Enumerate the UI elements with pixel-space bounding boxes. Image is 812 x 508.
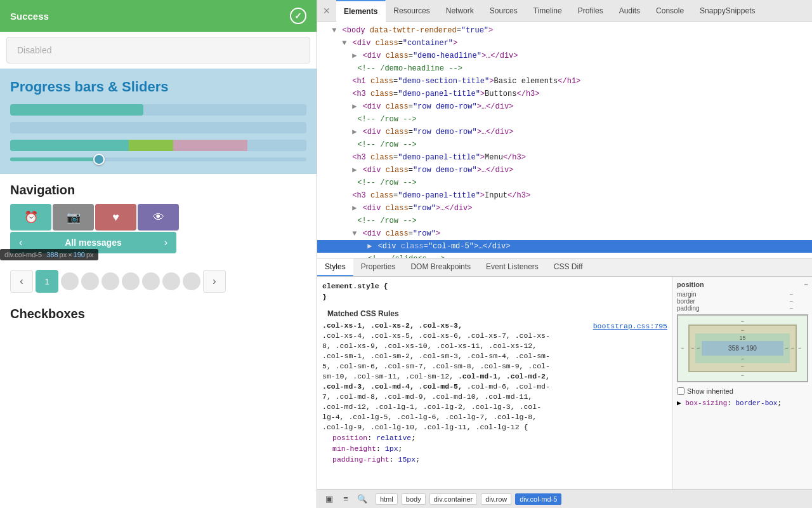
content-size: 358 × 190 (728, 345, 757, 352)
tab-snappy[interactable]: SnappySnippets (692, 0, 763, 22)
nav-icon-heart[interactable]: ♥ (95, 204, 136, 231)
slider-filled (10, 157, 99, 161)
padding-label: padding (677, 305, 790, 312)
nav-icon-camera[interactable]: 📷 (53, 204, 94, 231)
padding-left-val: − (697, 345, 700, 351)
box-model-diagram: − − − − 15 − (677, 314, 808, 382)
tab-profiles[interactable]: Profiles (570, 0, 612, 22)
position-dash: − (804, 281, 808, 288)
dom-line-comment-row-input: <!-- /row --> (317, 215, 812, 227)
progress-bar-multicolor (10, 140, 306, 151)
dom-line-row-open[interactable]: ▼ <div class="row"> (317, 227, 812, 240)
pagination-dot-2[interactable] (61, 272, 79, 290)
nav-next-arrow[interactable]: › (164, 237, 167, 248)
tab-console[interactable]: Console (648, 0, 692, 22)
slider-track[interactable] (10, 157, 306, 161)
border-dash: − (790, 298, 808, 305)
dom-line-h3-buttons[interactable]: <h3 class="demo-panel-title">Buttons</h3… (317, 88, 812, 100)
dom-line-col-md-5-selected[interactable]: ▶ <div class="col-md-5">…</div> (317, 240, 812, 253)
padding-box: 15 − 358 × 190 − − (695, 333, 789, 363)
styles-tab-styles[interactable]: Styles (317, 258, 353, 276)
nav-messages-label: All messages (27, 237, 159, 248)
margin-right-val: − (798, 345, 804, 351)
pagination-dot-8[interactable] (183, 272, 200, 290)
pagination-dot-4[interactable] (102, 272, 119, 290)
dom-line-row1[interactable]: ▶ <div class="row demo-row">…</div> (317, 100, 812, 113)
dom-line-demo-headline[interactable]: ▶ <div class="demo-headline">…</div> (317, 50, 812, 62)
nav-prev-arrow[interactable]: ‹ (19, 237, 22, 248)
styles-tab-css-diff[interactable]: CSS Diff (546, 258, 591, 276)
border-top-val: − (691, 327, 794, 333)
dom-line-h3-menu[interactable]: <h3 class="demo-panel-title">Menu</h3> (317, 151, 812, 164)
size-tooltip: div.col-md-5 388px × 190px (0, 249, 98, 260)
triangle-icon[interactable]: ▼ (352, 229, 357, 238)
triangle-icon[interactable]: ▶ (352, 204, 357, 213)
box-model-table: margin − border − padding − (677, 291, 808, 312)
tab-sources[interactable]: Sources (482, 0, 526, 22)
triangle-icon[interactable]: ▼ (342, 39, 346, 48)
styles-tab-properties[interactable]: Properties (353, 258, 403, 276)
pagination-page-1[interactable]: 1 (36, 270, 58, 293)
success-bar: Success ✓ (0, 0, 317, 32)
dom-line-body[interactable]: ▼ <body data-twttr-rendered="true"> (317, 24, 812, 37)
styles-tabs: Styles Properties DOM Breakpoints Event … (317, 258, 812, 277)
dom-line-container[interactable]: ▼ <div class="container"> (317, 37, 812, 50)
slider-thumb[interactable] (93, 154, 105, 165)
show-inherited-row: Show inherited (677, 387, 808, 395)
pagination-prev[interactable]: ‹ (10, 270, 33, 293)
tooltip-height: 190 (74, 251, 85, 258)
styles-tab-dom-breakpoints[interactable]: DOM Breakpoints (403, 258, 478, 276)
dom-line-h1[interactable]: <h1 class="demo-section-title">Basic ele… (317, 75, 812, 88)
css-file-link[interactable]: bootstrap.css:795 (593, 321, 667, 331)
devtools-panel: ✕ Elements Resources Network Sources Tim… (317, 0, 812, 508)
triangle-icon[interactable]: ▶ (352, 128, 357, 137)
pb-seg-4 (247, 140, 306, 151)
devtools-close[interactable]: ✕ (317, 0, 336, 22)
triangle-icon[interactable]: ▶ (352, 166, 357, 175)
element-style-block: element.style { } (322, 281, 667, 302)
inspect-icon[interactable]: ▣ (322, 492, 336, 506)
tab-audits[interactable]: Audits (612, 0, 648, 22)
margin-sides: − − − 15 − (681, 324, 804, 372)
show-inherited-checkbox[interactable] (677, 387, 684, 395)
breadcrumb-body[interactable]: body (402, 493, 426, 505)
console-icon[interactable]: ≡ (339, 492, 353, 506)
dom-line-row-menu[interactable]: ▶ <div class="row demo-row">…</div> (317, 164, 812, 177)
margin-top-val: − (681, 318, 804, 324)
tab-network[interactable]: Network (438, 0, 482, 22)
triangle-icon[interactable]: ▶ (352, 51, 357, 60)
pb-seg-3 (173, 140, 247, 151)
pagination-dot-5[interactable] (122, 272, 140, 290)
pagination-dot-3[interactable] (81, 272, 99, 290)
search-icon[interactable]: 🔍 (355, 492, 369, 506)
border-bottom-val: − (691, 363, 794, 370)
breadcrumb-row[interactable]: div.row (481, 493, 511, 505)
breadcrumb-container[interactable]: div.container (429, 493, 478, 505)
styles-tab-event-listeners[interactable]: Event Listeners (478, 258, 546, 276)
element-style-close: } (322, 291, 667, 302)
triangle-icon[interactable]: ▶ (352, 102, 357, 111)
triangle-icon[interactable]: ▶ (367, 242, 372, 251)
dom-line-comment-row1: <!-- /row --> (317, 113, 812, 126)
box-model-title: position − (677, 281, 808, 288)
tab-resources[interactable]: Resources (386, 0, 438, 22)
pagination-dot-7[interactable] (162, 272, 180, 290)
pagination-dot-6[interactable] (142, 272, 160, 290)
pagination-next[interactable]: › (203, 270, 226, 293)
nav-icon-eye[interactable]: 👁 (138, 204, 179, 231)
triangle-icon[interactable]: ▼ (332, 26, 336, 35)
nav-icon-clock[interactable]: ⏰ (10, 204, 51, 231)
breadcrumb-col-md-5[interactable]: div.col-md-5 (515, 493, 561, 505)
dom-line-row-input[interactable]: ▶ <div class="row">…</div> (317, 202, 812, 215)
css-selectors-text: .col-xs-1, .col-xs-2, .col-xs-3, .col-xs… (322, 321, 667, 432)
dom-line-h3-input[interactable]: <h3 class="demo-panel-title">Input</h3> (317, 189, 812, 202)
tab-elements[interactable]: Elements (336, 0, 386, 22)
dom-line-comment-headline: <!-- /demo-headline --> (317, 62, 812, 75)
left-panel: Success ✓ Disabled Progress bars & Slide… (0, 0, 317, 508)
slider-row[interactable] (10, 157, 306, 164)
tab-timeline[interactable]: Timeline (526, 0, 570, 22)
dom-tree: ▼ <body data-twttr-rendered="true"> ▼ <d… (317, 22, 812, 258)
pb-seg-1 (10, 140, 129, 151)
dom-line-row2[interactable]: ▶ <div class="row demo-row">…</div> (317, 126, 812, 138)
breadcrumb-html[interactable]: html (376, 493, 398, 505)
